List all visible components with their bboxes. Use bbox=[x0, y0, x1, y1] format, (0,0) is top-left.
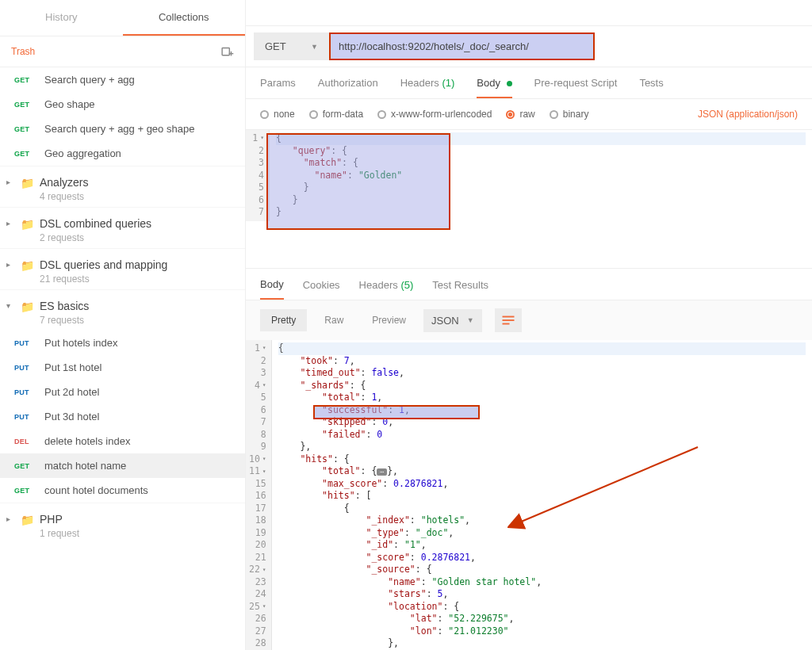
tab-headers[interactable]: Headers (1) bbox=[400, 77, 455, 98]
chevron-icon: ▸ bbox=[6, 258, 14, 269]
svg-rect-0 bbox=[222, 48, 229, 55]
chevron-icon: ▸ bbox=[6, 176, 14, 186]
view-raw-btn[interactable]: Raw bbox=[313, 309, 354, 331]
sidebar-request[interactable]: GETmatch hotel name bbox=[0, 453, 245, 478]
radio-raw[interactable]: raw bbox=[506, 109, 534, 120]
method-badge: GET bbox=[14, 101, 33, 109]
method-badge: GET bbox=[14, 76, 33, 84]
request-name: Search query + agg + geo shape bbox=[44, 123, 194, 135]
chevron-icon: ▸ bbox=[6, 217, 14, 228]
body-type-row: none form-data x-www-form-urlencoded raw… bbox=[246, 99, 812, 130]
sidebar-list[interactable]: GETSearch query + aggGETGeo shapeGETSear… bbox=[0, 67, 245, 650]
sidebar-folder[interactable]: ▸📁DSL combined queries2 requests bbox=[0, 207, 245, 248]
request-name: Put hotels index bbox=[44, 337, 118, 349]
method-badge: GET bbox=[14, 487, 33, 495]
radio-binary[interactable]: binary bbox=[550, 109, 589, 120]
folder-count: 1 request bbox=[40, 528, 79, 539]
method-badge: PUT bbox=[14, 339, 33, 347]
resp-tab-tests[interactable]: Test Results bbox=[432, 279, 488, 299]
new-collection-icon[interactable] bbox=[220, 44, 234, 59]
method-badge: PUT bbox=[14, 388, 33, 396]
sidebar-request[interactable]: GETGeo shape bbox=[0, 92, 245, 117]
tab-prerequest[interactable]: Pre-request Script bbox=[534, 77, 618, 98]
method-badge: GET bbox=[14, 150, 33, 158]
chevron-down-icon: ▼ bbox=[467, 316, 474, 324]
sidebar-folder[interactable]: ▸📁DSL queries and mapping21 requests bbox=[0, 248, 245, 289]
method-badge: GET bbox=[14, 462, 33, 470]
method-value: GET bbox=[265, 40, 286, 52]
folder-icon: 📁 bbox=[21, 513, 33, 526]
url-input[interactable]: http://localhost:9202/hotels/_doc/_searc… bbox=[329, 32, 595, 60]
folder-name: DSL combined queries bbox=[40, 217, 151, 230]
response-body-editor[interactable]: 1 ▾234 ▾5678910 ▾11 ▾1516171819202122 ▾2… bbox=[246, 340, 812, 650]
sidebar-request[interactable]: GETGeo aggregation bbox=[0, 141, 245, 166]
tab-tests[interactable]: Tests bbox=[639, 77, 663, 98]
folder-icon: 📁 bbox=[21, 217, 33, 231]
request-name: Put 3d hotel bbox=[44, 411, 99, 422]
tab-history[interactable]: History bbox=[0, 0, 123, 36]
radio-urlencoded[interactable]: x-www-form-urlencoded bbox=[377, 109, 492, 120]
request-name: Geo aggregation bbox=[44, 147, 121, 159]
sidebar-request[interactable]: DELdelete hotels index bbox=[0, 429, 245, 453]
sidebar-request[interactable]: GETSearch query + agg bbox=[0, 67, 245, 92]
sidebar-folder[interactable]: ▾📁ES basics7 requests bbox=[0, 289, 245, 331]
sidebar: History Collections Trash GETSearch quer… bbox=[0, 0, 246, 650]
resp-tab-cookies[interactable]: Cookies bbox=[303, 279, 340, 299]
folder-name: ES basics bbox=[40, 300, 89, 312]
request-name: count hotel documents bbox=[44, 484, 148, 496]
request-name: Put 2d hotel bbox=[44, 386, 99, 398]
view-preview-btn[interactable]: Preview bbox=[361, 309, 417, 331]
folder-count: 21 requests bbox=[40, 273, 167, 285]
sidebar-request[interactable]: PUTPut 2d hotel bbox=[0, 380, 245, 404]
folder-icon: 📁 bbox=[21, 258, 33, 272]
folder-count: 2 requests bbox=[40, 232, 151, 243]
chevron-icon: ▸ bbox=[6, 513, 14, 523]
sidebar-folder[interactable]: ▸📁PHP1 request bbox=[0, 503, 245, 544]
request-name: Geo shape bbox=[44, 98, 95, 110]
folder-icon: 📁 bbox=[21, 176, 33, 189]
tab-collections[interactable]: Collections bbox=[123, 0, 246, 36]
sidebar-request[interactable]: GETcount hotel documents bbox=[0, 478, 245, 503]
method-badge: PUT bbox=[14, 364, 33, 372]
folder-name: PHP bbox=[40, 513, 79, 526]
request-name: Search query + agg bbox=[44, 74, 135, 86]
resp-tab-body[interactable]: Body bbox=[260, 278, 284, 300]
request-name: Put 1st hotel bbox=[44, 361, 102, 373]
trash-link[interactable]: Trash bbox=[11, 46, 35, 57]
method-badge: DEL bbox=[14, 438, 33, 445]
folder-count: 4 requests bbox=[40, 191, 88, 202]
method-badge: GET bbox=[14, 125, 33, 133]
body-changed-dot-icon bbox=[507, 81, 512, 86]
content-type-select[interactable]: JSON (application/json) bbox=[698, 109, 798, 120]
tab-params[interactable]: Params bbox=[260, 77, 296, 98]
format-select[interactable]: JSON ▼ bbox=[423, 309, 482, 332]
sidebar-request[interactable]: PUTPut hotels index bbox=[0, 331, 245, 355]
sidebar-folder[interactable]: ▸📁Analyzers4 requests bbox=[0, 166, 245, 207]
wrap-lines-icon[interactable] bbox=[495, 308, 522, 332]
sidebar-request[interactable]: PUTPut 3d hotel bbox=[0, 404, 245, 429]
sidebar-request[interactable]: PUTPut 1st hotel bbox=[0, 355, 245, 380]
resp-tab-headers[interactable]: Headers (5) bbox=[359, 279, 414, 299]
tab-body[interactable]: Body bbox=[477, 77, 511, 98]
method-badge: PUT bbox=[14, 413, 33, 421]
view-pretty-btn[interactable]: Pretty bbox=[260, 309, 307, 331]
main-panel: GET ▼ http://localhost:9202/hotels/_doc/… bbox=[246, 0, 812, 650]
tab-authorization[interactable]: Authorization bbox=[318, 77, 378, 98]
url-bar: GET ▼ http://localhost:9202/hotels/_doc/… bbox=[246, 26, 812, 67]
response-tabs: Body Cookies Headers (5) Test Results bbox=[246, 268, 812, 300]
radio-none[interactable]: none bbox=[260, 109, 295, 120]
folder-icon: 📁 bbox=[21, 300, 33, 313]
method-select[interactable]: GET ▼ bbox=[254, 32, 329, 60]
folder-name: DSL queries and mapping bbox=[40, 258, 167, 271]
chevron-icon: ▾ bbox=[6, 300, 14, 310]
radio-formdata[interactable]: form-data bbox=[309, 109, 363, 120]
request-body-editor[interactable]: 1 ▾234567 { "query": { "match": { "name"… bbox=[246, 130, 812, 268]
response-controls: Pretty Raw Preview JSON ▼ bbox=[246, 300, 812, 340]
sidebar-request[interactable]: GETSearch query + agg + geo shape bbox=[0, 117, 245, 141]
request-tabs: Params Authorization Headers (1) Body Pr… bbox=[246, 67, 812, 99]
folder-count: 7 requests bbox=[40, 315, 89, 326]
folder-name: Analyzers bbox=[40, 176, 88, 189]
request-name: match hotel name bbox=[44, 460, 126, 472]
request-name: delete hotels index bbox=[44, 435, 130, 447]
chevron-down-icon: ▼ bbox=[311, 43, 318, 51]
